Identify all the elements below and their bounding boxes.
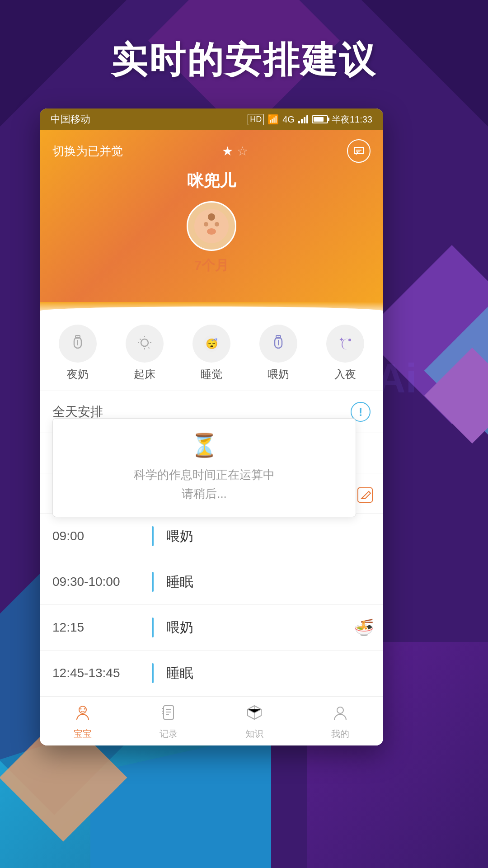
time-label: 半夜11:33 xyxy=(332,113,372,126)
svg-line-16 xyxy=(149,348,150,349)
svg-point-4 xyxy=(215,222,219,226)
page-title: 实时的安排建议 xyxy=(0,36,488,85)
svg-point-28 xyxy=(84,708,85,710)
time-divider-1245 xyxy=(152,663,154,683)
svg-line-15 xyxy=(140,339,141,340)
activity-0930: 睡眠 xyxy=(166,573,193,591)
stars-rating: ★ ☆ xyxy=(222,144,248,159)
sleep-label: 睡觉 xyxy=(201,367,222,382)
schedule-row-0930: 09:30-10:00 睡眠 xyxy=(40,559,383,605)
action-wake-up[interactable]: 起床 xyxy=(117,325,172,382)
quick-actions: 夜奶 起床 😴 xyxy=(40,316,383,391)
hourglass-icon: ⏳ xyxy=(190,432,218,458)
bottom-nav: 宝宝 记录 xyxy=(40,696,383,745)
status-bar: 中国移动 HD 📶 4G 半夜11:33 xyxy=(40,108,383,130)
computing-text: 科学的作息时间正在运算中请稍后... xyxy=(134,466,275,503)
action-sleep[interactable]: 😴 睡觉 xyxy=(184,325,239,382)
baby-name: 咪兜儿 xyxy=(187,170,236,192)
activity-0900: 喂奶 xyxy=(166,527,193,546)
night-milk-icon xyxy=(59,325,97,363)
baby-info: 咪兜儿 7个月 xyxy=(52,170,371,275)
knowledge-nav-label: 知识 xyxy=(245,728,263,740)
nav-mine[interactable]: 我的 xyxy=(297,704,383,740)
time-1245: 12:45-13:45 xyxy=(52,666,152,680)
time-divider-0930 xyxy=(152,572,154,592)
night-milk-label: 夜奶 xyxy=(67,367,89,382)
edit-icon[interactable] xyxy=(356,486,374,506)
header-top: 切换为已并觉 ★ ☆ xyxy=(52,139,371,163)
wake-up-icon xyxy=(126,325,164,363)
wifi-icon: 📶 xyxy=(267,114,279,125)
schedule-row-0900: 09:00 喂奶 xyxy=(40,514,383,559)
schedule-section: 全天安排 ! ⏳ 科学的作息时间正在运算中请稍后... 07:00 07:12 xyxy=(40,391,383,696)
time-0930: 09:30-10:00 xyxy=(52,575,152,589)
svg-point-10 xyxy=(141,339,148,346)
nav-knowledge[interactable]: 知识 xyxy=(211,704,297,740)
feed-label: 喂奶 xyxy=(267,367,289,382)
activity-1245: 睡眠 xyxy=(166,664,193,683)
svg-point-5 xyxy=(207,228,216,235)
record-nav-icon xyxy=(160,704,177,725)
activity-1215: 喂奶 xyxy=(166,618,193,637)
schedule-row-1245: 12:45-13:45 睡眠 xyxy=(40,651,383,696)
knowledge-nav-icon xyxy=(246,704,263,725)
time-divider-1215 xyxy=(152,618,154,637)
night-label: 入夜 xyxy=(334,367,356,382)
mine-nav-icon xyxy=(332,704,349,725)
night-icon: ✦ xyxy=(326,325,364,363)
schedule-row-1215: 12:15 喂奶 🍜 xyxy=(40,605,383,651)
baby-age: 7个月 xyxy=(194,256,229,275)
status-bar-right: HD 📶 4G 半夜11:33 xyxy=(248,113,372,126)
svg-text:✦: ✦ xyxy=(339,336,344,343)
switch-label[interactable]: 切换为已并觉 xyxy=(52,143,123,159)
app-header: 切换为已并觉 ★ ☆ 咪兜儿 xyxy=(40,130,383,302)
star-1[interactable]: ★ xyxy=(222,144,233,159)
star-2[interactable]: ☆ xyxy=(237,144,248,159)
svg-point-26 xyxy=(79,706,86,713)
time-1215: 12:15 xyxy=(52,620,152,635)
baby-avatar xyxy=(187,201,236,251)
svg-point-3 xyxy=(204,222,208,226)
bowl-icon: 🍜 xyxy=(354,618,374,637)
action-night-milk[interactable]: 夜奶 xyxy=(51,325,105,382)
baby-nav-label: 宝宝 xyxy=(74,728,92,740)
time-0900: 09:00 xyxy=(52,529,152,543)
record-nav-label: 记录 xyxy=(160,728,178,740)
action-night[interactable]: ✦ 入夜 xyxy=(318,325,372,382)
computing-overlay: ⏳ 科学的作息时间正在运算中请稍后... xyxy=(52,418,356,517)
schedule-header: 全天安排 ! ⏳ 科学的作息时间正在运算中请稍后... xyxy=(40,391,383,433)
feed-icon xyxy=(259,325,297,363)
nav-baby[interactable]: 宝宝 xyxy=(40,704,126,740)
svg-point-6 xyxy=(208,213,215,221)
chat-icon[interactable] xyxy=(347,139,371,163)
network-label: 4G xyxy=(282,114,295,125)
carrier-label: 中国移动 xyxy=(51,113,90,126)
wake-up-label: 起床 xyxy=(134,367,155,382)
time-divider-0900 xyxy=(152,526,154,546)
baby-nav-icon xyxy=(74,704,91,725)
action-feed[interactable]: 喂奶 xyxy=(251,325,305,382)
sleep-icon: 😴 xyxy=(192,325,230,363)
signal-icon xyxy=(298,115,308,123)
svg-point-22 xyxy=(348,339,351,341)
phone-mockup: 中国移动 HD 📶 4G 半夜11:33 切换为已并觉 ★ ☆ xyxy=(40,108,383,745)
battery-icon xyxy=(312,115,328,123)
hd-label: HD xyxy=(248,114,264,125)
nav-record[interactable]: 记录 xyxy=(126,704,211,740)
svg-point-27 xyxy=(80,708,82,710)
wave-separator xyxy=(40,302,383,316)
mine-nav-label: 我的 xyxy=(331,728,349,740)
svg-text:😴: 😴 xyxy=(206,338,218,350)
svg-point-36 xyxy=(337,707,343,713)
